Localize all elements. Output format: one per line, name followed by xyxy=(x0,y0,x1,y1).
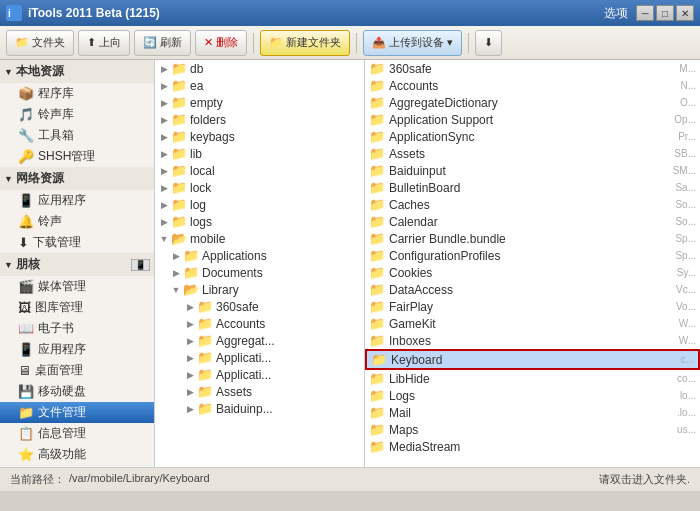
advanced-icon: ⭐ xyxy=(18,447,34,462)
file-item-mail[interactable]: 📁 Mail .lo... xyxy=(365,404,700,421)
tree-item-db[interactable]: ▶ 📁 db xyxy=(155,60,364,77)
sidebar-item-media[interactable]: 🎬 媒体管理 xyxy=(0,276,154,297)
tree-item-lib[interactable]: ▶ 📁 lib xyxy=(155,145,364,162)
upload-button[interactable]: 📤 上传到设备 ▾ xyxy=(363,30,462,56)
file-item-logs[interactable]: 📁 Logs lo... xyxy=(365,387,700,404)
file-item-libhide[interactable]: 📁 LibHide co... xyxy=(365,370,700,387)
file-item-calendar[interactable]: 📁 Calendar So... xyxy=(365,213,700,230)
sidebar-item-apps[interactable]: 📱 应用程序 xyxy=(0,190,154,211)
delete-button[interactable]: ✕ 删除 xyxy=(195,30,247,56)
tree-item-mobile[interactable]: ▼ 📂 mobile xyxy=(155,230,364,247)
tree-item-log[interactable]: ▶ 📁 log xyxy=(155,196,364,213)
file-mgr-icon: 📁 xyxy=(18,405,34,420)
sidebar-item-download[interactable]: ⬇ 下载管理 xyxy=(0,232,154,253)
sidebar-item-ringtone-library[interactable]: 🎵 铃声库 xyxy=(0,104,154,125)
sidebar-item-ebook[interactable]: 📖 电子书 xyxy=(0,318,154,339)
file-item-aggregate[interactable]: 📁 AggregateDictionary O... xyxy=(365,94,700,111)
apps-label: 应用程序 xyxy=(38,192,86,209)
tree-item-empty[interactable]: ▶ 📁 empty xyxy=(155,94,364,111)
file-item-cookies[interactable]: 📁 Cookies Sy... xyxy=(365,264,700,281)
arrow-icon: Op... xyxy=(674,114,696,125)
up-button[interactable]: ⬆ 上向 xyxy=(78,30,130,56)
tree-item-accounts[interactable]: ▶ 📁 Accounts xyxy=(155,315,364,332)
sidebar-item-desktop[interactable]: 🖥 桌面管理 xyxy=(0,360,154,381)
refresh-button[interactable]: 🔄 刷新 xyxy=(134,30,191,56)
sidebar-item-hdd[interactable]: 💾 移动硬盘 xyxy=(0,381,154,402)
file-item-baiduinput[interactable]: 📁 Baiduinput SM... xyxy=(365,162,700,179)
file-item-gamekit[interactable]: 📁 GameKit W... xyxy=(365,315,700,332)
file-item-assets[interactable]: 📁 Assets SB... xyxy=(365,145,700,162)
download-label: 下载管理 xyxy=(33,234,81,251)
expand-icon: ▶ xyxy=(183,302,197,312)
file-mgr-label: 文件管理 xyxy=(38,404,86,421)
sidebar-item-info[interactable]: 📋 信息管理 xyxy=(0,423,154,444)
file-item-fairplay[interactable]: 📁 FairPlay Vo... xyxy=(365,298,700,315)
folder-icon: 📁 xyxy=(369,112,385,127)
file-item-360safe[interactable]: 📁 360safe M... xyxy=(365,60,700,77)
folder-icon: 📁 xyxy=(15,36,29,49)
file-item-caches[interactable]: 📁 Caches So... xyxy=(365,196,700,213)
tree-item-library[interactable]: ▼ 📂 Library xyxy=(155,281,364,298)
tree-item-applications[interactable]: ▶ 📁 Applications xyxy=(155,247,364,264)
tree-item-ea[interactable]: ▶ 📁 ea xyxy=(155,77,364,94)
iphone-section-header[interactable]: ▼ 朋核 📱 xyxy=(0,253,154,276)
file-item-configprofiles[interactable]: 📁 ConfigurationProfiles Sp... xyxy=(365,247,700,264)
file-item-appsupport[interactable]: 📁 Application Support Op... xyxy=(365,111,700,128)
local-arrow-icon: ▼ xyxy=(4,67,13,77)
folder-icon: 📁 xyxy=(369,371,385,386)
tree-item-aggregate[interactable]: ▶ 📁 Aggregat... xyxy=(155,332,364,349)
tree-item-360safe[interactable]: ▶ 📁 360safe xyxy=(155,298,364,315)
tree-item-logs[interactable]: ▶ 📁 logs xyxy=(155,213,364,230)
folder-icon: 📁 xyxy=(369,388,385,403)
folder-icon: 📁 xyxy=(171,61,187,76)
file-item-accounts[interactable]: 📁 Accounts N... xyxy=(365,77,700,94)
sidebar-item-advanced[interactable]: ⭐ 高级功能 xyxy=(0,444,154,465)
tree-item-keybags[interactable]: ▶ 📁 keybags xyxy=(155,128,364,145)
file-item-keyboard[interactable]: 📁 Keyboard c... xyxy=(365,349,700,370)
folder-button[interactable]: 📁 文件夹 xyxy=(6,30,74,56)
download-button[interactable]: ⬇ xyxy=(475,30,502,56)
file-item-bulletinboard[interactable]: 📁 BulletinBoard Sa... xyxy=(365,179,700,196)
download-icon: ⬇ xyxy=(484,36,493,49)
file-item-dataaccess[interactable]: 📁 DataAccess Vc... xyxy=(365,281,700,298)
tree-item-folders[interactable]: ▶ 📁 folders xyxy=(155,111,364,128)
tree-item-baiduinput[interactable]: ▶ 📁 Baiduinp... xyxy=(155,400,364,417)
sidebar-item-apps2[interactable]: 📱 应用程序 xyxy=(0,339,154,360)
delete-icon: ✕ xyxy=(204,36,213,49)
sidebar-item-gallery[interactable]: 🖼 图库管理 xyxy=(0,297,154,318)
sidebar-item-toolbox[interactable]: 🔧 工具箱 xyxy=(0,125,154,146)
arrow-icon: So... xyxy=(675,199,696,210)
file-item-inboxes[interactable]: 📁 Inboxes W... xyxy=(365,332,700,349)
new-folder-button[interactable]: 📁 新建文件夹 xyxy=(260,30,350,56)
tree-item-documents[interactable]: ▶ 📁 Documents xyxy=(155,264,364,281)
tree-item-lock[interactable]: ▶ 📁 lock xyxy=(155,179,364,196)
ebook-label: 电子书 xyxy=(38,320,74,337)
network-section-label: 网络资源 xyxy=(16,170,64,187)
sidebar-item-ringtone[interactable]: 🔔 铃声 xyxy=(0,211,154,232)
network-section-header[interactable]: ▼ 网络资源 xyxy=(0,167,154,190)
path-value: /var/mobile/Library/Keyboard xyxy=(69,472,210,487)
tree-item-appsupport[interactable]: ▶ 📁 Applicati... xyxy=(155,349,364,366)
apps2-icon: 📱 xyxy=(18,342,34,357)
sidebar-item-file-mgr[interactable]: 📁 文件管理 xyxy=(0,402,154,423)
local-section-label: 本地资源 xyxy=(16,63,64,80)
maximize-button[interactable]: □ xyxy=(656,5,674,21)
local-section-header[interactable]: ▼ 本地资源 xyxy=(0,60,154,83)
close-button[interactable]: ✕ xyxy=(676,5,694,21)
expand-icon: ▶ xyxy=(157,149,171,159)
arrow-icon: Vo... xyxy=(676,301,696,312)
file-item-appsync[interactable]: 📁 ApplicationSync Pr... xyxy=(365,128,700,145)
tree-item-local[interactable]: ▶ 📁 local xyxy=(155,162,364,179)
folder-icon: 📁 xyxy=(171,180,187,195)
sidebar-item-program-library[interactable]: 📦 程序库 xyxy=(0,83,154,104)
minimize-button[interactable]: ─ xyxy=(636,5,654,21)
network-arrow-icon: ▼ xyxy=(4,174,13,184)
file-item-maps[interactable]: 📁 Maps us... xyxy=(365,421,700,438)
sidebar-item-shsh[interactable]: 🔑 SHSH管理 xyxy=(0,146,154,167)
tree-item-assets[interactable]: ▶ 📁 Assets xyxy=(155,383,364,400)
tree-item-appsync[interactable]: ▶ 📁 Applicati... xyxy=(155,366,364,383)
folder-icon: 📁 xyxy=(171,146,187,161)
file-item-mediastream[interactable]: 📁 MediaStream xyxy=(365,438,700,455)
ringtone-icon: 🔔 xyxy=(18,214,34,229)
file-item-carrierbundle[interactable]: 📁 Carrier Bundle.bundle Sp... xyxy=(365,230,700,247)
